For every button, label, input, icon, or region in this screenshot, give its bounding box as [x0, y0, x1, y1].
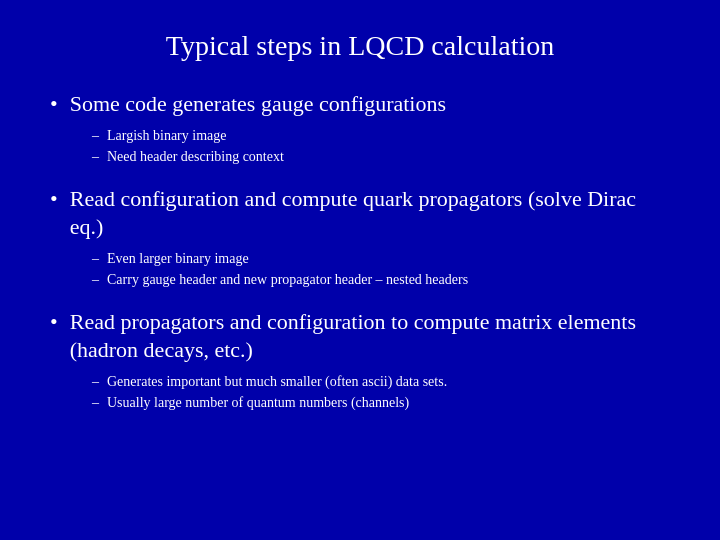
bullet-main-2: • Read configuration and compute quark p…	[50, 185, 670, 242]
dash-icon-2-1: –	[92, 248, 99, 269]
sub-bullets-3: – Generates important but much smaller (…	[92, 371, 670, 413]
sub-bullet-3-1: – Generates important but much smaller (…	[92, 371, 670, 392]
sub-bullet-text-2-1: Even larger binary image	[107, 248, 249, 269]
dash-icon-3-2: –	[92, 392, 99, 413]
bullet-main-1: • Some code generates gauge configuratio…	[50, 90, 670, 119]
bullet-main-3: • Read propagators and configuration to …	[50, 308, 670, 365]
dash-icon-1-2: –	[92, 146, 99, 167]
sub-bullets-1: – Largish binary image – Need header des…	[92, 125, 670, 167]
sub-bullet-text-3-1: Generates important but much smaller (of…	[107, 371, 447, 392]
slide: Typical steps in LQCD calculation • Some…	[0, 0, 720, 540]
bullet-dot-1: •	[50, 90, 58, 119]
bullet-dot-3: •	[50, 308, 58, 337]
dash-icon-1-1: –	[92, 125, 99, 146]
sub-bullet-3-2: – Usually large number of quantum number…	[92, 392, 670, 413]
bullet-section-2: • Read configuration and compute quark p…	[50, 185, 670, 290]
sub-bullet-text-3-2: Usually large number of quantum numbers …	[107, 392, 409, 413]
sub-bullet-text-2-2: Carry gauge header and new propagator he…	[107, 269, 468, 290]
sub-bullets-2: – Even larger binary image – Carry gauge…	[92, 248, 670, 290]
bullet-section-3: • Read propagators and configuration to …	[50, 308, 670, 413]
bullet-section-1: • Some code generates gauge configuratio…	[50, 90, 670, 167]
sub-bullet-1-1: – Largish binary image	[92, 125, 670, 146]
dash-icon-3-1: –	[92, 371, 99, 392]
sub-bullet-2-1: – Even larger binary image	[92, 248, 670, 269]
sub-bullet-text-1-1: Largish binary image	[107, 125, 227, 146]
sub-bullet-text-1-2: Need header describing context	[107, 146, 284, 167]
slide-title: Typical steps in LQCD calculation	[50, 30, 670, 62]
bullet-dot-2: •	[50, 185, 58, 214]
dash-icon-2-2: –	[92, 269, 99, 290]
sub-bullet-1-2: – Need header describing context	[92, 146, 670, 167]
bullet-text-2: Read configuration and compute quark pro…	[70, 185, 670, 242]
bullet-text-3: Read propagators and configuration to co…	[70, 308, 670, 365]
sub-bullet-2-2: – Carry gauge header and new propagator …	[92, 269, 670, 290]
bullet-text-1: Some code generates gauge configurations	[70, 90, 446, 119]
